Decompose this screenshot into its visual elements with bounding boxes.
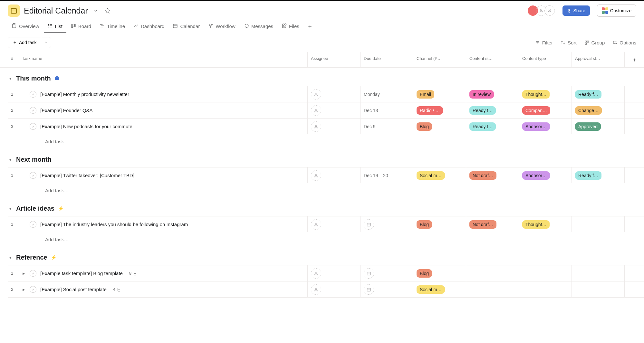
tag[interactable]: In review — [469, 90, 494, 99]
tag[interactable]: Ready t… — [469, 122, 496, 131]
tag[interactable]: Ready t… — [469, 106, 496, 115]
tag[interactable]: Thought… — [522, 90, 550, 99]
col-header-approval[interactable]: Approval st… — [572, 52, 625, 67]
section-title[interactable]: Next month — [16, 156, 52, 163]
section-toggle[interactable]: ▾ — [8, 76, 13, 81]
tag[interactable]: Blog — [417, 122, 432, 131]
assignee-placeholder[interactable] — [311, 89, 321, 100]
assignee-placeholder[interactable] — [311, 170, 321, 181]
title-dropdown-icon[interactable] — [92, 7, 100, 14]
section-toggle[interactable]: ▾ — [8, 255, 13, 260]
complete-check[interactable] — [30, 107, 36, 114]
add-task-button[interactable]: ＋ Add task — [8, 37, 41, 48]
star-icon[interactable] — [103, 6, 112, 15]
section-toggle[interactable]: ▾ — [8, 157, 13, 162]
expand-subtasks-icon[interactable]: ▸ — [22, 271, 26, 276]
complete-check[interactable] — [30, 172, 36, 179]
table-row[interactable]: 1 ▸[Example task template] Blog template… — [8, 265, 644, 281]
tag[interactable]: Radio / … — [417, 106, 443, 115]
tab-list[interactable]: List — [44, 21, 66, 33]
due-date: Dec 19 – 20 — [364, 173, 388, 178]
col-header-name[interactable]: Task name — [19, 52, 308, 67]
sort-button[interactable]: Sort — [561, 40, 577, 45]
tab-timeline[interactable]: Timeline — [96, 21, 129, 33]
tab-overview[interactable]: Overview — [8, 21, 43, 33]
complete-check[interactable] — [30, 270, 36, 277]
add-tab-button[interactable]: ＋ — [304, 20, 316, 33]
svg-point-43 — [315, 174, 317, 176]
table-row[interactable]: 1 [Example] The industry leaders you sho… — [8, 216, 644, 232]
col-header-due[interactable]: Due date — [360, 52, 413, 67]
add-task-inline[interactable]: Add task… — [8, 183, 644, 198]
tag[interactable]: Not draf… — [469, 220, 496, 229]
share-button[interactable]: Share — [562, 5, 590, 16]
tag[interactable]: Sponsor… — [522, 171, 550, 180]
complete-check[interactable] — [30, 91, 36, 98]
calendar-icon[interactable] — [364, 268, 374, 279]
section-toggle[interactable]: ▾ — [8, 206, 13, 211]
col-header-assignee[interactable]: Assignee — [308, 52, 360, 67]
assignee-placeholder[interactable] — [311, 219, 321, 230]
calendar-icon — [173, 23, 178, 29]
expand-subtasks-icon[interactable]: ▸ — [22, 287, 26, 292]
due-date: Dec 9 — [364, 124, 376, 129]
tab-board[interactable]: Board — [67, 21, 95, 33]
tag[interactable]: Social m… — [417, 285, 445, 294]
tag[interactable]: Social m… — [417, 171, 445, 180]
tag[interactable]: Ready f… — [575, 171, 601, 180]
table-row[interactable]: 1 [Example] Twitter takeover: [Customer … — [8, 167, 644, 183]
customize-button-label: Customize — [610, 8, 631, 13]
section-title[interactable]: This month — [16, 75, 51, 82]
options-button[interactable]: Options — [612, 40, 636, 45]
tag[interactable]: Thought… — [522, 220, 550, 229]
table-row[interactable]: 2 ▸[Example] Social post template4 Socia… — [8, 281, 644, 298]
tag[interactable]: Blog — [417, 220, 432, 229]
assignee-placeholder[interactable] — [311, 121, 321, 132]
page-title[interactable]: Editorial Calendar — [24, 6, 88, 15]
tab-workflow[interactable]: Workflow — [204, 21, 239, 33]
project-icon[interactable] — [8, 5, 20, 17]
table-row[interactable]: 1 [Example] Monthly productivity newslet… — [8, 86, 644, 102]
col-header-cstage[interactable]: Content st… — [466, 52, 519, 67]
calendar-icon[interactable] — [364, 284, 374, 295]
tag[interactable]: Blog — [417, 269, 432, 278]
tag[interactable]: Sponsor… — [522, 122, 550, 131]
add-task-dropdown[interactable] — [41, 37, 51, 48]
tab-calendar[interactable]: Calendar — [169, 21, 204, 33]
member-avatars[interactable] — [530, 5, 555, 16]
complete-check[interactable] — [30, 221, 36, 228]
row-number: 1 — [8, 86, 19, 102]
col-header-ctype[interactable]: Content type — [519, 52, 572, 67]
complete-check[interactable] — [30, 123, 36, 130]
tag[interactable]: Email — [417, 90, 434, 99]
section-title[interactable]: Article ideas — [16, 205, 54, 212]
calendar-icon[interactable] — [364, 219, 374, 230]
tag[interactable]: Approved — [575, 122, 601, 131]
complete-check[interactable] — [30, 286, 36, 293]
tab-label: Board — [78, 24, 91, 29]
add-column-button[interactable]: ＋ — [625, 52, 644, 67]
tab-messages[interactable]: Messages — [240, 21, 277, 33]
add-member-icon[interactable] — [544, 5, 555, 16]
assignee-placeholder[interactable] — [311, 105, 321, 116]
col-header-num[interactable]: # — [8, 52, 19, 67]
tab-dashboard[interactable]: Dashboard — [130, 21, 168, 33]
col-header-channel[interactable]: Channel (P… — [413, 52, 466, 67]
tag[interactable]: Ready f… — [575, 90, 601, 99]
tag[interactable]: Change… — [575, 106, 602, 115]
tab-files[interactable]: Files — [278, 21, 303, 33]
tag[interactable]: Not draf… — [469, 171, 496, 180]
table-row[interactable]: 3 [Example] New podcasts for your commut… — [8, 118, 644, 134]
customize-button[interactable]: Customize — [597, 5, 636, 17]
assignee-placeholder[interactable] — [311, 268, 321, 279]
group-label: Group — [591, 40, 605, 45]
tag[interactable]: Compan… — [522, 106, 550, 115]
add-task-inline[interactable]: Add task… — [8, 232, 644, 247]
section-title[interactable]: Reference — [16, 254, 47, 261]
group-button[interactable]: Group — [584, 40, 605, 45]
tab-label: Files — [289, 24, 299, 29]
table-row[interactable]: 2 [Example] Founder Q&A Dec 13 Radio / …… — [8, 102, 644, 118]
filter-button[interactable]: Filter — [535, 40, 553, 45]
assignee-placeholder[interactable] — [311, 284, 321, 295]
add-task-inline[interactable]: Add task… — [8, 134, 644, 149]
